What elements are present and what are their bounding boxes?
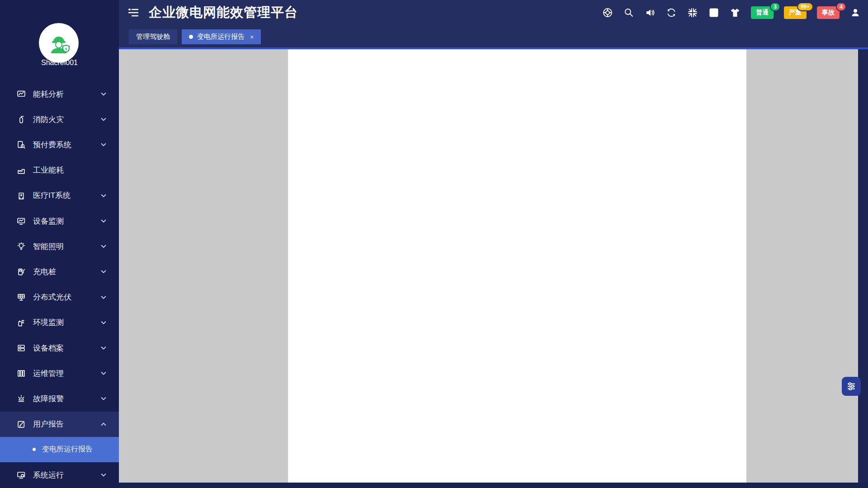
lifebuoy-icon[interactable]	[602, 7, 613, 18]
user-report-icon	[17, 420, 25, 428]
device-monitor-icon	[17, 217, 25, 225]
fire-safety-icon	[17, 115, 25, 123]
alarm-count-badge: 3	[770, 2, 780, 11]
sidebar-item-label: 消防火灾	[33, 114, 101, 125]
compress-icon[interactable]	[687, 7, 698, 18]
tabbar: 管理驾驶舱变电所运行报告×	[119, 25, 868, 47]
app-title: 企业微电网能效管理平台	[149, 4, 298, 22]
sidebar-item-label: 能耗分析	[33, 89, 101, 99]
alarm-count-badge: 99+	[797, 2, 813, 11]
sidebar-item-15[interactable]: 系统运行	[0, 462, 119, 488]
sidebar-item-6[interactable]: 智能照明	[0, 234, 119, 259]
sidebar-item-label: 预付费系统	[33, 140, 101, 150]
active-tab-dot-icon	[189, 35, 193, 39]
chevron-down-icon	[101, 397, 106, 400]
sidebar-item-12[interactable]: 故障报警	[0, 386, 119, 411]
env-monitor-icon	[17, 319, 25, 327]
solar-pv-icon	[17, 293, 25, 301]
tab-label: 管理驾驶舱	[136, 33, 170, 41]
sidebar-item-label: 变电所运行报告	[42, 445, 119, 454]
avatar[interactable]	[39, 23, 79, 63]
chevron-down-icon	[101, 143, 106, 146]
bottom-background-strip	[119, 483, 868, 488]
chevron-down-icon	[101, 117, 106, 121]
alarm-badge-1[interactable]: 严重99+	[784, 6, 807, 19]
sidebar-item-label: 故障报警	[33, 394, 101, 404]
sidebar-item-0[interactable]: 能耗分析	[0, 81, 119, 107]
active-bullet-icon	[33, 448, 36, 451]
energy-analysis-icon	[17, 90, 25, 98]
svg-text:文: 文	[714, 9, 718, 13]
alarm-count-badge: 4	[836, 2, 846, 11]
volume-icon[interactable]	[645, 7, 656, 18]
username: Shacrel001	[0, 59, 119, 67]
chevron-down-icon	[101, 346, 106, 350]
alarm-badge-2[interactable]: 事故4	[817, 6, 840, 19]
sidebar-item-2[interactable]: 预付费系统	[0, 132, 119, 157]
ev-charger-icon	[17, 267, 25, 276]
sidebar-item-label: 工业能耗	[33, 165, 119, 175]
topbar: 企业微电网能效管理平台 A文普通3严重99+事故4	[119, 0, 868, 25]
refresh-icon[interactable]	[666, 7, 677, 18]
sidebar-item-label: 医疗IT系统	[33, 190, 101, 201]
chevron-down-icon	[101, 194, 106, 197]
chevron-down-icon	[101, 244, 106, 248]
system-run-icon	[17, 471, 25, 479]
ops-mgmt-icon	[17, 369, 25, 377]
sidebar-item-label: 设备档案	[33, 343, 101, 353]
sidebar-item-label: 智能照明	[33, 241, 101, 252]
chevron-down-icon	[101, 296, 106, 299]
device-archive-icon	[17, 344, 25, 352]
sidebar-item-label: 充电桩	[33, 267, 101, 277]
sidebar-item-3[interactable]: 工业能耗	[0, 158, 119, 183]
menu-collapse-icon[interactable]	[128, 8, 139, 17]
sidebar-item-label: 系统运行	[33, 470, 101, 480]
tabbar-underline	[119, 47, 868, 49]
sidebar-item-label: 用户报告	[33, 419, 101, 429]
chevron-down-icon	[101, 473, 106, 477]
chevron-up-icon	[101, 422, 106, 426]
sidebar-item-8[interactable]: 分布式光伏	[0, 285, 119, 310]
filter-settings-button[interactable]	[842, 377, 861, 396]
sidebar-item-11[interactable]: 运维管理	[0, 361, 119, 386]
sidebar-item-label: 分布式光伏	[33, 292, 101, 302]
shirt-icon[interactable]	[730, 7, 741, 18]
fault-alarm-icon	[17, 394, 25, 403]
medical-it-icon	[17, 192, 25, 200]
translate-icon[interactable]: A文	[708, 7, 719, 18]
prepaid-icon	[17, 141, 25, 149]
engineer-avatar-icon	[46, 30, 72, 56]
sidebar-item-13[interactable]: 用户报告	[0, 412, 119, 437]
sidebar-item-label: 运维管理	[33, 368, 101, 379]
sidebar-item-4[interactable]: 医疗IT系统	[0, 183, 119, 208]
user-icon[interactable]	[850, 7, 861, 18]
chevron-down-icon	[101, 321, 106, 324]
sidebar-item-7[interactable]: 充电桩	[0, 259, 119, 284]
smart-lighting-icon	[17, 242, 25, 250]
tab-1[interactable]: 变电所运行报告×	[182, 29, 261, 44]
chevron-down-icon	[101, 219, 106, 223]
tab-0[interactable]: 管理驾驶舱	[129, 29, 177, 44]
report-page	[288, 49, 746, 483]
sidebar-item-10[interactable]: 设备档案	[0, 335, 119, 361]
industrial-energy-icon	[17, 166, 25, 174]
chevron-down-icon	[101, 270, 106, 273]
tab-label: 变电所运行报告	[197, 33, 245, 41]
chevron-down-icon	[101, 371, 106, 375]
sidebar-item-1[interactable]: 消防火灾	[0, 107, 119, 132]
search-icon[interactable]	[623, 7, 634, 18]
sidebar-item-9[interactable]: 环境监测	[0, 310, 119, 335]
sliders-icon	[846, 381, 856, 391]
sidebar-item-5[interactable]: 设备监测	[0, 208, 119, 234]
sidebar-subitem-14[interactable]: 变电所运行报告	[0, 437, 119, 462]
sidebar-item-label: 设备监测	[33, 216, 101, 226]
topbar-actions: A文普通3严重99+事故4	[602, 0, 861, 25]
sidebar-item-label: 环境监测	[33, 317, 101, 328]
close-icon[interactable]: ×	[250, 33, 254, 41]
alarm-badge-0[interactable]: 普通3	[751, 6, 774, 19]
right-background-strip	[858, 49, 868, 488]
chevron-down-icon	[101, 92, 106, 96]
sidebar: Shacrel001 能耗分析消防火灾预付费系统工业能耗医疗IT系统设备监测智能…	[0, 0, 119, 488]
